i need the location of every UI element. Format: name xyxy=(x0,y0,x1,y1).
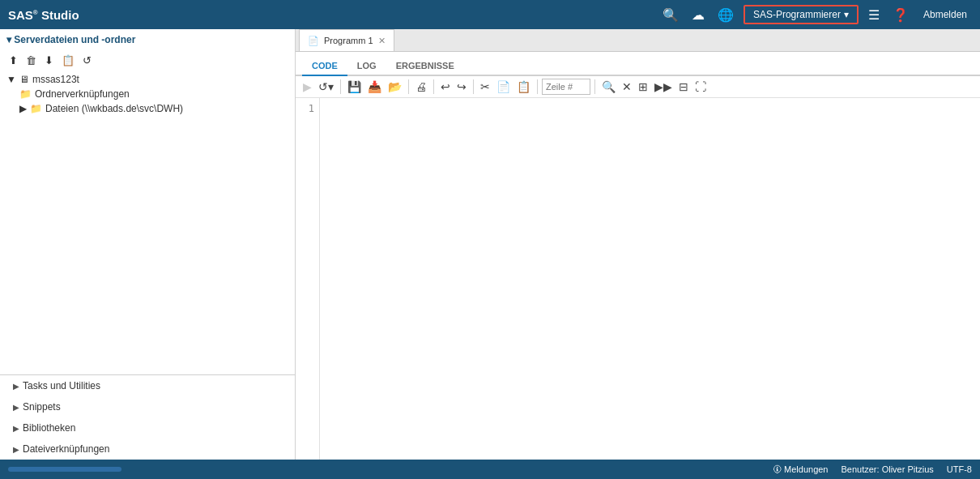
sidebar-item-snippets[interactable]: ▶ Snippets xyxy=(0,396,295,417)
tab-code[interactable]: CODE xyxy=(302,57,347,76)
tree-root-label: mssas123t xyxy=(32,74,79,85)
top-nav: SAS® Studio 🔍 ☁ 🌐 SAS-Programmierer ▾ ☰ … xyxy=(0,0,980,29)
meldungen-label[interactable]: 🛈 Meldungen xyxy=(773,464,829,474)
tab-programm1[interactable]: 📄 Programm 1 ✕ xyxy=(299,29,394,51)
sidebar-item-dateiverknuepfungen[interactable]: ▶ Dateiverknüpfungen xyxy=(0,438,295,460)
chevron-biblio-icon: ▶ xyxy=(13,424,19,433)
list-icon[interactable]: ☰ xyxy=(865,6,883,24)
tree-root[interactable]: ▼ 🖥 mssas123t xyxy=(6,72,288,87)
server-section-title[interactable]: ▾ Serverdateien und -ordner xyxy=(6,34,288,45)
server-section: ▾ Serverdateien und -ordner xyxy=(0,29,295,50)
tree-child2-label: Dateien (\\wkbads.de\svc\DWH) xyxy=(45,103,183,114)
cut-button[interactable]: ✂ xyxy=(478,79,492,95)
tab-log[interactable]: LOG xyxy=(347,57,386,76)
editor-scroll[interactable]: 1 xyxy=(296,98,980,460)
line-number-input[interactable] xyxy=(542,79,590,95)
sidebar-item-bibliotheken-label: Bibliotheken xyxy=(23,422,75,434)
find-button[interactable]: 🔍 xyxy=(599,79,618,95)
toolbar-separator-3 xyxy=(433,79,434,94)
app-logo-area: SAS® Studio xyxy=(8,8,79,22)
benutzer-label: Benutzer: Oliver Pitzius xyxy=(842,464,934,474)
sas-programmer-button[interactable]: SAS-Programmierer ▾ xyxy=(744,5,859,24)
search-icon[interactable]: 🔍 xyxy=(659,6,682,24)
tab-programm1-icon: 📄 xyxy=(308,36,319,46)
run-selection-button[interactable]: ▶▶ xyxy=(652,79,675,95)
sidebar-bottom: ▶ Tasks und Utilities ▶ Snippets ▶ Bibli… xyxy=(0,374,295,460)
tree-child1-label: Ordnerverknüpfungen xyxy=(35,88,130,100)
move-button[interactable]: ⬇ xyxy=(42,53,56,67)
sidebar-item-bibliotheken[interactable]: ▶ Bibliotheken xyxy=(0,417,295,438)
tree-item-ordner[interactable]: 📁 Ordnerverknüpfungen xyxy=(19,87,288,101)
progress-bar-area xyxy=(8,467,121,472)
abmelden-button[interactable]: Abmelden xyxy=(918,6,972,23)
help-icon[interactable]: ❓ xyxy=(889,6,912,24)
tree-item-dateien[interactable]: ▶ 📁 Dateien (\\wkbads.de\svc\DWH) xyxy=(19,101,288,116)
sas-programmer-dropdown-icon: ▾ xyxy=(844,9,849,20)
tree-expand-icon: ▼ xyxy=(6,74,16,85)
delete-button[interactable]: 🗑 xyxy=(23,53,39,67)
sidebar-item-tasks-label: Tasks und Utilities xyxy=(23,380,100,391)
split-button[interactable]: ⊟ xyxy=(676,79,691,95)
upload-button[interactable]: ⬆ xyxy=(6,53,20,67)
tree-area: ▼ 🖥 mssas123t 📁 Ordnerverknüpfungen ▶ 📁 … xyxy=(0,71,295,374)
app-title: SAS® Studio xyxy=(8,8,79,22)
editor-toolbar: ▶ ↺▾ 💾 📥 📂 🖨 ↩ ↪ ✂ 📄 📋 🔍 ✕ ⊞ ▶▶ ⊟ ⛶ xyxy=(296,76,980,98)
server-section-label: ▾ Serverdateien und -ordner xyxy=(6,34,135,45)
folder2-icon: 📁 xyxy=(30,103,42,114)
run-button[interactable]: ▶ xyxy=(300,79,314,95)
folder-icon: 📁 xyxy=(19,88,32,100)
undo-dropdown-button[interactable]: ↺▾ xyxy=(316,79,336,95)
status-left xyxy=(8,467,760,472)
sidebar-toolbar: ⬆ 🗑 ⬇ 📋 ↺ xyxy=(0,50,295,71)
toolbar-separator-4 xyxy=(473,79,474,94)
format-button[interactable]: ⊞ xyxy=(636,79,650,95)
undo-button[interactable]: ↩ xyxy=(438,79,453,95)
paste-button[interactable]: 📋 xyxy=(514,79,533,95)
inner-tab-bar: CODE LOG ERGEBNISSE xyxy=(296,52,980,76)
main-layout: ▾ Serverdateien und -ordner ⬆ 🗑 ⬇ 📋 ↺ ▼ … xyxy=(0,29,980,460)
tree-children: 📁 Ordnerverknüpfungen ▶ 📁 Dateien (\\wkb… xyxy=(6,87,288,116)
content-area: 📄 Programm 1 ✕ CODE LOG ERGEBNISSE ▶ ↺▾ … xyxy=(296,29,980,460)
open-button[interactable]: 📂 xyxy=(386,79,404,95)
line-number-1: 1 xyxy=(300,101,314,116)
copy-button[interactable]: 📄 xyxy=(494,79,513,95)
toolbar-separator-1 xyxy=(340,79,341,94)
chevron-right-icon: ▶ xyxy=(19,103,27,114)
fullscreen-button[interactable]: ⛶ xyxy=(692,79,709,95)
server-icon: 🖥 xyxy=(19,74,29,85)
tab-ergebnisse[interactable]: ERGEBNISSE xyxy=(386,57,464,76)
chevron-snippets-icon: ▶ xyxy=(13,403,19,412)
line-numbers: 1 xyxy=(296,98,320,460)
tab-bar: 📄 Programm 1 ✕ xyxy=(296,29,980,52)
save-as-button[interactable]: 📥 xyxy=(365,79,384,95)
top-nav-right: 🔍 ☁ 🌐 SAS-Programmierer ▾ ☰ ❓ Abmelden xyxy=(659,5,972,24)
sas-programmer-label: SAS-Programmierer xyxy=(753,9,841,20)
properties-button[interactable]: 📋 xyxy=(59,53,77,67)
tab-programm1-label: Programm 1 xyxy=(324,36,373,45)
sidebar-item-snippets-label: Snippets xyxy=(23,401,61,413)
redo-button[interactable]: ↪ xyxy=(454,79,469,95)
cloud-icon[interactable]: ☁ xyxy=(688,6,708,24)
code-content[interactable] xyxy=(320,98,980,460)
sidebar-item-tasks[interactable]: ▶ Tasks und Utilities xyxy=(0,375,295,396)
clear-log-button[interactable]: ✕ xyxy=(620,79,634,95)
sidebar-item-dateiverknuepfungen-label: Dateiverknüpfungen xyxy=(23,443,109,455)
toolbar-separator-5 xyxy=(537,79,538,94)
globe-icon[interactable]: 🌐 xyxy=(714,6,737,24)
editor-area[interactable]: 1 xyxy=(296,98,980,460)
sidebar: ▾ Serverdateien und -ordner ⬆ 🗑 ⬇ 📋 ↺ ▼ … xyxy=(0,29,296,460)
toolbar-separator-2 xyxy=(408,79,409,94)
print-button[interactable]: 🖨 xyxy=(413,79,429,95)
status-bar: 🛈 Meldungen Benutzer: Oliver Pitzius UTF… xyxy=(0,460,980,479)
encoding-label: UTF-8 xyxy=(947,464,972,474)
refresh-button[interactable]: ↺ xyxy=(80,53,94,67)
save-button[interactable]: 💾 xyxy=(345,79,364,95)
chevron-datei-icon: ▶ xyxy=(13,445,19,454)
tab-close-button[interactable]: ✕ xyxy=(378,36,386,46)
toolbar-separator-6 xyxy=(594,79,595,94)
chevron-tasks-icon: ▶ xyxy=(13,382,19,391)
